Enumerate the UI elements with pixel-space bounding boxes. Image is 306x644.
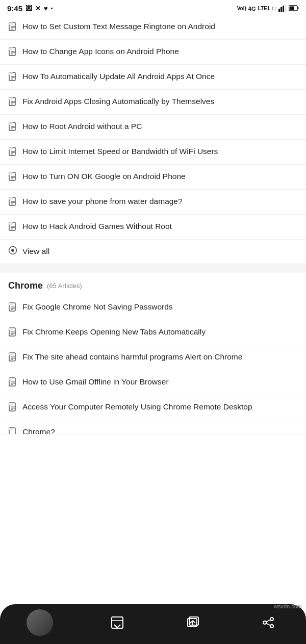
svg-line-92	[266, 624, 270, 626]
doc-icon-6	[8, 147, 17, 158]
chrome-article-text-5: Access Your Computer Remotely Using Chro…	[22, 401, 298, 413]
chrome-article-item-3[interactable]: Fix The site ahead contains harmful prog…	[0, 345, 306, 370]
chrome-doc-icon-4	[8, 377, 17, 389]
chrome-section-header: Chrome (65 Articles)	[0, 273, 306, 295]
share-icon-button[interactable]	[257, 611, 279, 634]
svg-rect-3	[285, 5, 286, 12]
svg-rect-13	[9, 47, 13, 50]
chrome-section-title: Chrome	[8, 280, 43, 291]
article-item-4[interactable]: Fix Android Apps Closing Automatically b…	[0, 90, 306, 115]
article-item-1[interactable]: How to Set Custom Text Message Ringtone …	[0, 15, 306, 40]
article-item-7[interactable]: How to Turn ON OK Google on Android Phon…	[0, 165, 306, 190]
bottom-nav-bar	[0, 604, 306, 644]
signal-icon	[278, 5, 287, 13]
vol-icon: Vol)	[237, 6, 246, 11]
chrome-doc-icon-partial	[8, 427, 17, 434]
svg-rect-5	[298, 7, 299, 9]
article-text-3: How To Automatically Update All Android …	[22, 71, 298, 82]
view-all-item[interactable]: View all	[0, 240, 306, 263]
chrome-doc-icon-3	[8, 352, 17, 364]
status-time: 9:45 🖼 ✕ ♥ •	[7, 4, 53, 13]
article-text-8: How to save your phone from water damage…	[22, 196, 298, 207]
svg-rect-38	[9, 172, 13, 175]
svg-rect-80	[9, 428, 13, 430]
doc-icon-5	[8, 122, 17, 133]
svg-rect-43	[9, 197, 13, 200]
doc-icon-7	[8, 172, 17, 183]
chrome-article-item-5[interactable]: Access Your Computer Remotely Using Chro…	[0, 395, 306, 420]
svg-rect-75	[9, 403, 13, 405]
svg-rect-70	[9, 378, 13, 380]
section-divider	[0, 263, 306, 273]
article-text-9: How to Hack Android Games Without Root	[22, 221, 298, 232]
status-right-icons: Vol) 4G LTE1 ↕↑	[237, 5, 299, 13]
article-text-5: How to Root Android without a PC	[22, 121, 298, 132]
svg-rect-2	[283, 6, 284, 12]
doc-icon-2	[8, 47, 17, 58]
svg-rect-23	[9, 97, 13, 100]
expand-icon-button[interactable]	[106, 611, 129, 634]
article-item-8[interactable]: How to save your phone from water damage…	[0, 190, 306, 215]
article-text-2: How to Change App Icons on Android Phone	[22, 46, 298, 57]
view-all-label: View all	[22, 247, 49, 256]
doc-icon-4	[8, 97, 17, 108]
svg-point-53	[11, 249, 14, 252]
chrome-article-list: Fix Google Chrome Not Saving Passwords F…	[0, 295, 306, 434]
doc-icon-3	[8, 72, 17, 83]
view-all-circle-icon	[8, 246, 17, 257]
svg-rect-6	[290, 6, 294, 10]
article-item-6[interactable]: How to Limit Internet Speed or Bandwidth…	[0, 140, 306, 165]
chrome-article-item-2[interactable]: Fix Chrome Keeps Opening New Tabs Automa…	[0, 320, 306, 345]
svg-point-88	[270, 617, 273, 621]
svg-rect-18	[9, 72, 13, 75]
share-tab-icon-button[interactable]	[182, 611, 204, 634]
svg-rect-0	[278, 9, 280, 12]
chrome-article-text-1: Fix Google Chrome Not Saving Passwords	[22, 301, 298, 313]
chrome-section-count: (65 Articles)	[47, 282, 82, 290]
svg-point-90	[270, 625, 273, 628]
chrome-doc-icon-2	[8, 327, 17, 339]
lte-icon: LTE1 ↕↑	[258, 6, 276, 11]
android-article-list: How to Set Custom Text Message Ringtone …	[0, 15, 306, 263]
battery-icon	[289, 5, 299, 12]
doc-icon-9	[8, 222, 17, 233]
article-text-1: How to Set Custom Text Message Ringtone …	[22, 21, 298, 32]
svg-rect-60	[9, 328, 13, 330]
article-item-9[interactable]: How to Hack Android Games Without Root	[0, 215, 306, 240]
svg-rect-55	[9, 303, 13, 305]
svg-rect-28	[9, 122, 13, 125]
chrome-doc-icon-5	[8, 402, 17, 414]
svg-rect-81	[112, 617, 123, 628]
chrome-article-item-4[interactable]: How to Use Gmail Offline in Your Browser	[0, 370, 306, 395]
article-text-6: How to Limit Internet Speed or Bandwidth…	[22, 146, 298, 157]
chrome-article-text-3: Fix The site ahead contains harmful prog…	[22, 351, 298, 363]
chrome-article-text-partial: Chrome?	[22, 426, 298, 434]
chrome-doc-icon-1	[8, 302, 17, 314]
x-icon: ✕	[35, 5, 41, 12]
chrome-article-partial[interactable]: Chrome?	[0, 420, 306, 434]
svg-point-89	[263, 621, 266, 624]
article-text-4: Fix Android Apps Closing Automatically b…	[22, 96, 298, 107]
doc-icon-1	[8, 22, 17, 33]
svg-rect-48	[9, 222, 13, 225]
dot-icon: •	[51, 6, 53, 11]
thumbnail-preview[interactable]	[27, 609, 53, 636]
time-display: 9:45	[7, 4, 22, 13]
chrome-article-text-4: How to Use Gmail Offline in Your Browser	[22, 376, 298, 388]
image-icon: 🖼	[26, 5, 32, 12]
svg-rect-33	[9, 147, 13, 150]
chrome-article-text-2: Fix Chrome Keeps Opening New Tabs Automa…	[22, 326, 298, 338]
svg-rect-65	[9, 353, 13, 355]
article-item-5[interactable]: How to Root Android without a PC	[0, 115, 306, 140]
heart-icon: ♥	[44, 5, 48, 12]
article-item-3[interactable]: How To Automatically Update All Android …	[0, 65, 306, 90]
doc-icon-8	[8, 197, 17, 208]
4g-icon: 4G	[248, 6, 256, 12]
chrome-article-item-1[interactable]: Fix Google Chrome Not Saving Passwords	[0, 295, 306, 320]
svg-line-91	[266, 620, 270, 622]
article-item-2[interactable]: How to Change App Icons on Android Phone	[0, 40, 306, 65]
watermark: wsxdn.com	[274, 603, 302, 609]
svg-rect-8	[9, 22, 13, 25]
article-text-7: How to Turn ON OK Google on Android Phon…	[22, 171, 298, 182]
svg-rect-1	[280, 7, 282, 12]
